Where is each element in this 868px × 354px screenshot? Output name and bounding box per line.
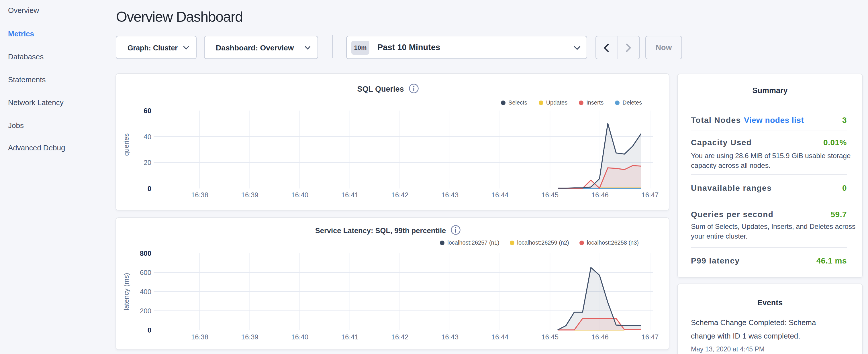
- svg-text:16:46: 16:46: [591, 191, 609, 199]
- svg-text:200: 200: [140, 307, 151, 315]
- svg-text:16:47: 16:47: [641, 191, 658, 199]
- svg-text:16:40: 16:40: [291, 191, 308, 199]
- svg-text:16:41: 16:41: [341, 333, 359, 341]
- svg-text:400: 400: [140, 288, 151, 296]
- svg-text:16:39: 16:39: [241, 191, 258, 199]
- svg-text:40: 40: [144, 133, 151, 141]
- svg-text:600: 600: [140, 269, 151, 277]
- svg-text:16:39: 16:39: [241, 333, 258, 341]
- svg-text:20: 20: [144, 159, 151, 166]
- svg-text:16:45: 16:45: [541, 191, 559, 199]
- svg-text:16:44: 16:44: [492, 333, 509, 341]
- svg-text:queries: queries: [122, 133, 130, 156]
- svg-text:16:38: 16:38: [191, 333, 208, 341]
- svg-text:16:42: 16:42: [391, 333, 408, 341]
- svg-text:16:43: 16:43: [441, 333, 459, 341]
- svg-text:0: 0: [148, 326, 151, 334]
- svg-text:16:46: 16:46: [591, 333, 609, 341]
- svg-text:16:44: 16:44: [492, 191, 509, 199]
- svg-text:16:41: 16:41: [341, 191, 359, 199]
- svg-text:60: 60: [144, 107, 151, 115]
- svg-text:0: 0: [148, 185, 151, 192]
- svg-text:16:47: 16:47: [641, 333, 658, 341]
- svg-text:800: 800: [140, 250, 151, 257]
- svg-text:16:45: 16:45: [541, 333, 559, 341]
- svg-text:latency (ms): latency (ms): [122, 273, 130, 311]
- svg-text:16:38: 16:38: [191, 191, 208, 199]
- svg-text:16:42: 16:42: [391, 191, 408, 199]
- svg-text:16:43: 16:43: [441, 191, 459, 199]
- svg-text:16:40: 16:40: [291, 333, 308, 341]
